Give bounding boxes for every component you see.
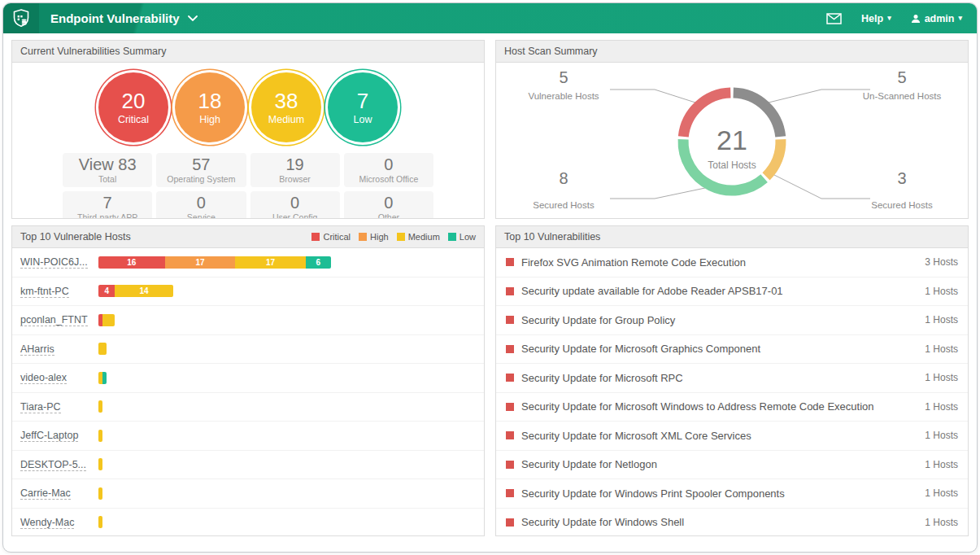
callout-label: Secured Hosts (849, 200, 955, 210)
severity-circle-low[interactable]: 7Low (328, 72, 398, 142)
host-row: video-alex (12, 364, 484, 393)
host-severity-bar (98, 314, 115, 326)
host-link[interactable]: JeffC-Laptop (20, 430, 78, 442)
severity-circle-critical[interactable]: 20Critical (98, 72, 168, 142)
callout-value: 8 (511, 169, 616, 188)
stat-cell-operating-system[interactable]: 57Operating System (156, 153, 246, 187)
bar-segment-medium[interactable]: 17 (235, 256, 306, 269)
stat-cell-service[interactable]: 0Service (156, 191, 246, 219)
critical-severity-icon (506, 258, 514, 266)
admin-menu[interactable]: admin ▾ (911, 13, 962, 24)
vulnerability-row[interactable]: Security Update for Microsoft RPC1 Hosts (496, 364, 968, 393)
host-link[interactable]: video-alex (20, 372, 67, 384)
host-link[interactable]: Carrie-Mac (20, 487, 71, 500)
host-severity-bar: 1617176 (98, 256, 331, 269)
stat-cell-third-party-app[interactable]: 7Third-party APP (63, 191, 152, 219)
host-link[interactable]: pconlan_FTNT (20, 314, 88, 326)
vulnerability-row[interactable]: Security Update for Microsoft Graphics C… (496, 335, 968, 365)
dashboard-title-dropdown[interactable]: Endpoint Vulnerability (50, 11, 198, 25)
vulnerability-host-count: 3 Hosts (925, 256, 958, 268)
vulnerable-hosts-chart: WIN-POIC6J...1617176km-ftnt-PC414pconlan… (12, 248, 484, 536)
stat-cell-user-config[interactable]: 0User Config (250, 191, 340, 219)
stat-cell-microsoft-office[interactable]: 0Microsoft Office (344, 153, 433, 187)
host-name: Wendy-Mac (20, 517, 98, 528)
stat-label: User Config (272, 212, 317, 219)
host-name: video-alex (20, 372, 98, 383)
callout-value: 5 (849, 68, 955, 87)
app-window: Endpoint Vulnerability Help ▾ (2, 2, 978, 553)
bar-segment-medium[interactable]: 14 (115, 285, 172, 297)
bar-segment-high[interactable]: 17 (165, 256, 236, 269)
callout-line (610, 188, 705, 199)
host-link[interactable]: DESKTOP-5... (20, 459, 86, 471)
legend-swatch-critical (311, 233, 320, 241)
bar-segment-medium[interactable] (98, 458, 102, 470)
host-name: DESKTOP-5... (20, 459, 98, 470)
vulnerability-name: Firefox SVG Animation Remote Code Execut… (521, 256, 925, 269)
bar-segment-medium[interactable] (98, 487, 102, 500)
vulnerability-row[interactable]: Security Update for Netlogon1 Hosts (496, 451, 968, 480)
vulnerability-name: Security Update for Microsoft XML Core S… (521, 430, 925, 442)
host-severity-bar (98, 458, 102, 470)
host-link[interactable]: AHarris (20, 343, 54, 356)
severity-label: Critical (118, 114, 149, 125)
critical-severity-icon (506, 489, 514, 497)
vulnerability-name: Security Update for Windows Shell (521, 516, 925, 528)
vulnerability-row[interactable]: Firefox SVG Animation Remote Code Execut… (496, 248, 968, 278)
bar-segment-medium[interactable] (98, 400, 102, 413)
host-link[interactable]: Tiara-PC (20, 401, 61, 413)
bar-segment-low[interactable] (102, 372, 107, 384)
stat-label: Microsoft Office (359, 174, 419, 184)
callout-secured-hosts-3: 3 Secured Hosts (849, 169, 955, 210)
bar-segment-medium[interactable] (102, 314, 115, 326)
callout-secured-hosts-8: 8 Secured Hosts (511, 169, 616, 210)
stat-cell-browser[interactable]: 19Browser (250, 153, 340, 187)
forticlient-logo-icon[interactable] (3, 3, 39, 33)
severity-circle-medium[interactable]: 38Medium (251, 72, 321, 142)
notifications-icon[interactable] (826, 13, 842, 24)
vulnerability-row[interactable]: Security Update for Microsoft XML Core S… (496, 422, 968, 451)
bar-segment-medium[interactable] (98, 430, 102, 442)
bar-segment-medium[interactable] (98, 516, 102, 528)
bar-segment-medium[interactable] (98, 343, 107, 355)
bar-segment-critical[interactable]: 4 (98, 285, 115, 297)
vulnerability-host-count: 1 Hosts (925, 487, 958, 499)
callout-line (610, 90, 695, 103)
host-link[interactable]: km-ftnt-PC (20, 286, 69, 298)
vulnerability-name: Security Update for Microsoft Graphics C… (521, 343, 925, 355)
vulnerability-row[interactable]: Security Update for Windows Shell1 Hosts (496, 509, 968, 537)
vulnerability-row[interactable]: Security update available for Adobe Read… (496, 278, 968, 307)
bar-segment-low[interactable]: 6 (306, 256, 331, 269)
severity-circle-high[interactable]: 18High (175, 72, 245, 142)
host-name: JeffC-Laptop (20, 430, 98, 441)
shield-icon (11, 8, 31, 28)
critical-severity-icon (506, 431, 514, 439)
host-severity-bar (98, 487, 102, 500)
host-link[interactable]: Wendy-Mac (20, 517, 74, 529)
stat-cell-total[interactable]: View 83Total (63, 153, 152, 187)
panel-current-vulnerabilities: Current Vulnerabilities Summary 20Critic… (11, 40, 485, 219)
vulnerability-row[interactable]: Security Update for Microsoft Windows to… (496, 393, 968, 422)
host-row: Tiara-PC (12, 393, 484, 422)
host-row: Carrie-Mac (12, 479, 484, 509)
vulnerability-row[interactable]: Security Update for Group Policy1 Hosts (496, 306, 968, 335)
legend-swatch-medium (397, 233, 405, 241)
vulnerability-row[interactable]: Security Update for Windows Print Spoole… (496, 479, 968, 509)
page-title: Endpoint Vulnerability (50, 11, 180, 25)
legend-swatch-high (359, 233, 367, 241)
legend-label: Medium (408, 232, 440, 242)
donut-segment-secured-hosts[interactable] (766, 139, 781, 177)
vulnerability-host-count: 1 Hosts (925, 459, 958, 470)
critical-severity-icon (506, 374, 514, 382)
stat-cell-other[interactable]: 0Other (344, 191, 433, 219)
callout-label: Vulnerable Hosts (511, 91, 616, 101)
host-link[interactable]: WIN-POIC6J... (20, 256, 88, 269)
bar-segment-critical[interactable]: 16 (98, 256, 165, 269)
panel-top-vulnerabilities: Top 10 Vulnerabilities Firefox SVG Anima… (495, 225, 969, 536)
chevron-down-icon: ▾ (887, 15, 891, 22)
callout-value: 5 (511, 68, 616, 87)
vulnerability-host-count: 1 Hosts (925, 401, 958, 413)
critical-severity-icon (506, 403, 514, 411)
legend-item-medium: Medium (397, 232, 440, 242)
help-menu[interactable]: Help ▾ (861, 13, 891, 24)
